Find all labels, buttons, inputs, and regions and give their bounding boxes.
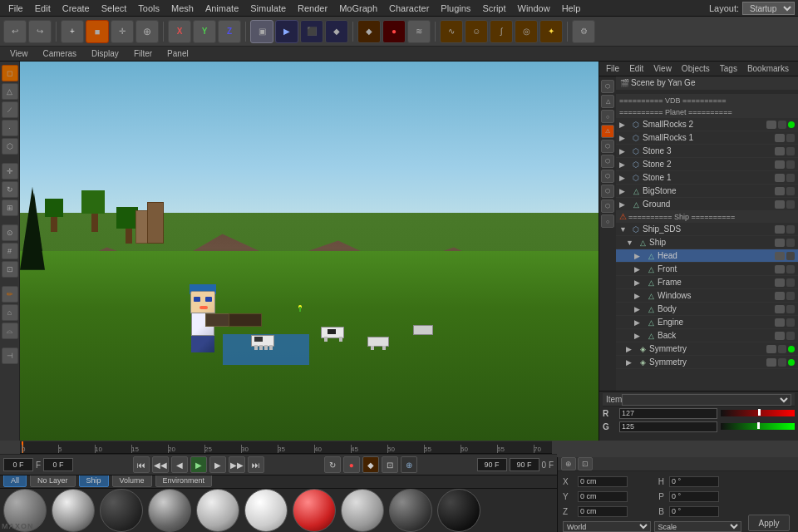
mat-item-6[interactable] — [244, 489, 288, 532]
lock-icon-front[interactable] — [786, 265, 795, 273]
camera-tool-btn[interactable]: ⊙ — [2, 224, 18, 241]
menu-select[interactable]: Select — [96, 2, 132, 14]
step-back-btn[interactable]: ◀◀ — [152, 456, 169, 473]
scene-item-back[interactable]: ▶ △ Back — [616, 329, 798, 342]
light-btn[interactable]: ✦ — [539, 20, 563, 43]
menu-script[interactable]: Script — [477, 2, 510, 14]
redo-btn[interactable]: ↪ — [28, 20, 52, 43]
apply-button[interactable]: Apply — [748, 515, 790, 531]
scene-icon-4[interactable]: ⚠ — [601, 125, 614, 138]
menu-simulate[interactable]: Simulate — [245, 2, 291, 14]
anim-layer-btn[interactable]: ⊕ — [401, 456, 417, 473]
scene-item-frame[interactable]: ▶ △ Frame — [616, 276, 798, 289]
live-selection-btn[interactable]: ■ — [86, 20, 109, 43]
scene-icon-1[interactable]: ⬡ — [601, 80, 614, 93]
keyframe-record-btn[interactable]: ◆ — [362, 456, 379, 473]
menu-edit[interactable]: Edit — [30, 2, 56, 14]
lock-icon-engine[interactable] — [786, 318, 795, 327]
mat-item-8[interactable] — [341, 489, 384, 532]
lock-icon-body[interactable] — [786, 305, 795, 313]
menu-file[interactable]: File — [3, 2, 28, 14]
lock-icon-s3[interactable] — [786, 147, 795, 155]
scene-icon-7[interactable]: ⬡ — [601, 170, 614, 183]
loop-btn[interactable]: ↻ — [324, 456, 341, 473]
mat-item-9[interactable] — [389, 489, 432, 532]
eye-icon-s2[interactable] — [775, 160, 785, 169]
menu-help[interactable]: Help — [557, 2, 586, 14]
axis-y-btn[interactable]: Y — [193, 20, 216, 43]
eye-icon-back[interactable] — [775, 332, 785, 340]
scene-icon-3[interactable]: ○ — [601, 110, 614, 123]
snap-btn[interactable]: ⊡ — [2, 261, 18, 278]
lock-icon-sr1[interactable] — [786, 134, 795, 142]
point-btn[interactable]: · — [2, 120, 18, 136]
render-settings-btn[interactable]: ◆ — [325, 20, 348, 43]
record-active-btn[interactable]: ● — [343, 456, 360, 473]
g-slider-container[interactable] — [721, 423, 795, 430]
scale-dropdown[interactable]: Scale Size — [654, 521, 742, 532]
lock-icon-sr2[interactable] — [778, 121, 786, 129]
knife-btn[interactable]: ⌓ — [2, 323, 18, 339]
lock-icon-sym2[interactable] — [778, 358, 786, 367]
right-panel-view-menu[interactable]: View — [650, 64, 675, 73]
right-panel-tags-menu[interactable]: Tags — [717, 64, 741, 73]
scene-item-symmetry1[interactable]: ▶ ◈ Symmetry — [616, 342, 798, 356]
scene-item-smallrocks2[interactable]: ▶ ⬡ SmallRocks 2 — [616, 118, 798, 131]
settings-btn[interactable]: ⚙ — [572, 20, 595, 43]
menu-create[interactable]: Create — [57, 2, 95, 14]
scene-item-front[interactable]: ▶ △ Front — [616, 263, 798, 276]
h-rot-input[interactable] — [669, 476, 719, 487]
scene-item-windows[interactable]: ▶ △ Windows — [616, 289, 798, 303]
eye-icon-windows[interactable] — [775, 292, 785, 300]
axis-x-btn[interactable]: X — [168, 20, 191, 43]
render-active-btn[interactable]: ⬛ — [300, 20, 323, 43]
move-btn[interactable]: ✛ — [111, 20, 134, 43]
lock-icon-back[interactable] — [786, 332, 795, 340]
p-rot-input[interactable] — [669, 491, 719, 502]
scene-item-smallrocks1[interactable]: ▶ ⬡ SmallRocks 1 — [616, 131, 798, 145]
mat-item-2[interactable] — [52, 489, 95, 532]
lock-icon-sds[interactable] — [786, 225, 795, 234]
layout-select[interactable]: Startup — [742, 2, 795, 15]
scene-item-stone2[interactable]: ▶ ⬡ Stone 2 — [616, 158, 798, 171]
eye-icon-engine[interactable] — [775, 318, 785, 327]
lock-icon-ship[interactable] — [786, 239, 795, 247]
eye-icon-front[interactable] — [775, 265, 785, 273]
next-frame-btn[interactable]: ▶ — [209, 456, 226, 473]
prev-frame-btn[interactable]: ◀ — [171, 456, 188, 473]
scene-item-symmetry2[interactable]: ▶ ◈ Symmetry — [616, 356, 798, 369]
goto-start-btn[interactable]: ⏮ — [133, 456, 150, 473]
paint-btn[interactable]: ✏ — [2, 286, 18, 303]
scene-item-ship[interactable]: ▼ △ Ship — [616, 236, 798, 249]
menu-window[interactable]: Window — [513, 2, 555, 14]
mat-item-3[interactable] — [100, 489, 143, 532]
scene-icon-2[interactable]: △ — [601, 95, 614, 108]
lock-icon-s1[interactable] — [786, 174, 795, 182]
undo-btn[interactable]: ↩ — [3, 20, 27, 43]
symmetry-btn[interactable]: ⊣ — [2, 347, 18, 364]
scale-tool-btn[interactable]: ⊞ — [2, 200, 18, 216]
move-tool-btn[interactable]: ✛ — [2, 163, 18, 180]
menu-tools[interactable]: Tools — [133, 2, 165, 14]
g-value-input[interactable] — [619, 421, 717, 432]
scene-icon-6[interactable]: ⬡ — [601, 155, 614, 168]
scene-item-stone1[interactable]: ▶ ⬡ Stone 1 — [616, 171, 798, 185]
spline-btn[interactable]: ∫ — [490, 20, 513, 43]
eye-icon-head[interactable] — [775, 252, 785, 260]
coord-icon-1[interactable]: ⊕ — [561, 457, 576, 470]
view-tab-display[interactable]: Display — [85, 48, 126, 59]
fast-forward-btn[interactable]: ▶▶ — [229, 456, 245, 473]
right-panel-edit-menu[interactable]: Edit — [626, 64, 647, 73]
object-btn[interactable]: ⬡ — [2, 138, 18, 155]
rotate-tool-btn[interactable]: ↻ — [2, 181, 18, 198]
eye-icon-s3[interactable] — [775, 147, 785, 155]
eye-icon-sds[interactable] — [775, 225, 785, 234]
eye-icon-g[interactable] — [775, 200, 785, 209]
polygon-btn[interactable]: △ — [2, 83, 18, 100]
eye-icon-s1[interactable] — [775, 174, 785, 182]
end-frame-a-input[interactable] — [477, 458, 507, 471]
scene-icon-8[interactable]: ⬡ — [601, 185, 614, 198]
menu-mesh[interactable]: Mesh — [166, 2, 199, 14]
mat-item-10[interactable] — [437, 489, 480, 532]
scene-root[interactable]: 🎬 Scene by Yan Ge — [616, 76, 798, 90]
